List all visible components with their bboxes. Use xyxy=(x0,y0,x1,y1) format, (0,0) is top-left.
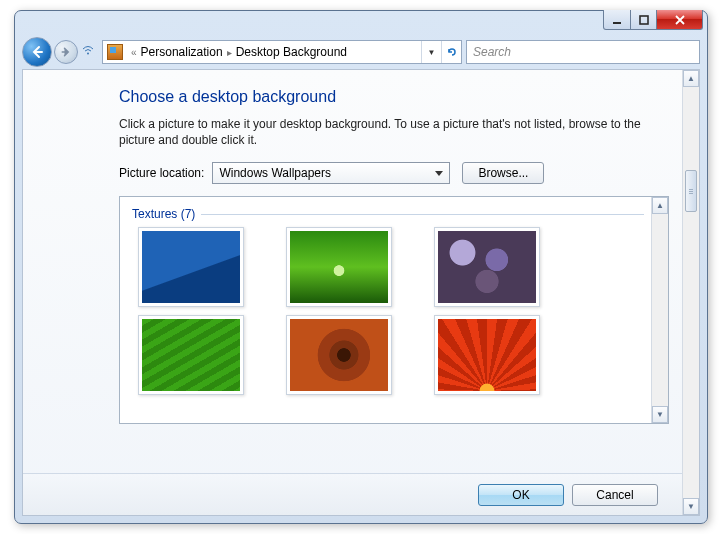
picture-location-row: Picture location: Windows Wallpapers Bro… xyxy=(119,162,665,184)
back-arrow-icon xyxy=(29,44,45,60)
browse-button-label: Browse... xyxy=(478,166,528,180)
breadcrumb-root-glyph: « xyxy=(131,47,137,58)
scroll-track[interactable] xyxy=(652,214,668,406)
maximize-button[interactable] xyxy=(631,10,657,30)
close-button[interactable] xyxy=(657,10,703,30)
window-controls xyxy=(603,10,703,30)
picture-location-label: Picture location: xyxy=(119,166,204,180)
refresh-icon xyxy=(446,46,458,58)
search-input[interactable]: Search xyxy=(466,40,700,64)
address-bar[interactable]: « Personalization ▸ Desktop Background ▼ xyxy=(102,40,462,64)
wallpaper-thumb-stones[interactable] xyxy=(434,227,540,307)
dialog-footer: OK Cancel xyxy=(23,473,682,515)
picture-location-combo[interactable]: Windows Wallpapers xyxy=(212,162,450,184)
back-button[interactable] xyxy=(22,37,52,67)
svg-rect-0 xyxy=(613,22,621,24)
browse-button[interactable]: Browse... xyxy=(462,162,544,184)
breadcrumb-personalization[interactable]: Personalization xyxy=(141,45,223,59)
recent-pages-icon[interactable] xyxy=(82,46,96,58)
forward-arrow-icon xyxy=(60,46,72,58)
cancel-button[interactable]: Cancel xyxy=(572,484,658,506)
group-header[interactable]: Textures (7) ˄ xyxy=(132,207,656,221)
ok-button[interactable]: OK xyxy=(478,484,564,506)
thumbnail-grid xyxy=(138,227,668,395)
panel-scrollbar[interactable]: ▲ ▼ xyxy=(651,197,668,423)
breadcrumb-desktop-background[interactable]: Desktop Background xyxy=(236,45,347,59)
group-title: Textures (7) xyxy=(132,207,195,221)
wallpaper-thumb-grass[interactable] xyxy=(286,227,392,307)
wallpaper-thumb-wood[interactable] xyxy=(286,315,392,395)
minimize-button[interactable] xyxy=(603,10,631,30)
wallpaper-list-panel: Textures (7) ˄ ▲ ▼ xyxy=(119,196,669,424)
breadcrumb-separator-icon: ▸ xyxy=(227,47,232,58)
page-title: Choose a desktop background xyxy=(119,88,665,106)
page-scroll-up-icon[interactable]: ▲ xyxy=(683,70,699,87)
maximize-icon xyxy=(638,14,650,26)
window-frame: « Personalization ▸ Desktop Background ▼… xyxy=(14,10,708,524)
forward-button[interactable] xyxy=(54,40,78,64)
address-dropdown-button[interactable]: ▼ xyxy=(421,41,441,63)
control-panel-icon xyxy=(107,44,123,60)
wallpaper-thumb-leaf[interactable] xyxy=(138,315,244,395)
scroll-up-icon[interactable]: ▲ xyxy=(652,197,668,214)
ok-button-label: OK xyxy=(512,488,529,502)
minimize-icon xyxy=(611,14,623,26)
page-scrollbar[interactable]: ▲ ▼ xyxy=(682,70,699,515)
wallpaper-thumb-fish[interactable] xyxy=(138,227,244,307)
cancel-button-label: Cancel xyxy=(596,488,633,502)
refresh-button[interactable] xyxy=(441,41,461,63)
content-area: Choose a desktop background Click a pict… xyxy=(119,88,665,424)
svg-rect-1 xyxy=(640,16,648,24)
close-icon xyxy=(674,14,686,26)
navigation-bar: « Personalization ▸ Desktop Background ▼… xyxy=(22,36,700,68)
page-description: Click a picture to make it your desktop … xyxy=(119,116,665,148)
client-area: Choose a desktop background Click a pict… xyxy=(22,69,700,516)
wallpaper-thumb-flower[interactable] xyxy=(434,315,540,395)
scroll-down-icon[interactable]: ▼ xyxy=(652,406,668,423)
page-scroll-thumb[interactable] xyxy=(685,170,697,212)
page-scroll-down-icon[interactable]: ▼ xyxy=(683,498,699,515)
svg-point-2 xyxy=(87,53,89,55)
search-placeholder: Search xyxy=(473,45,511,59)
picture-location-value: Windows Wallpapers xyxy=(219,166,331,180)
